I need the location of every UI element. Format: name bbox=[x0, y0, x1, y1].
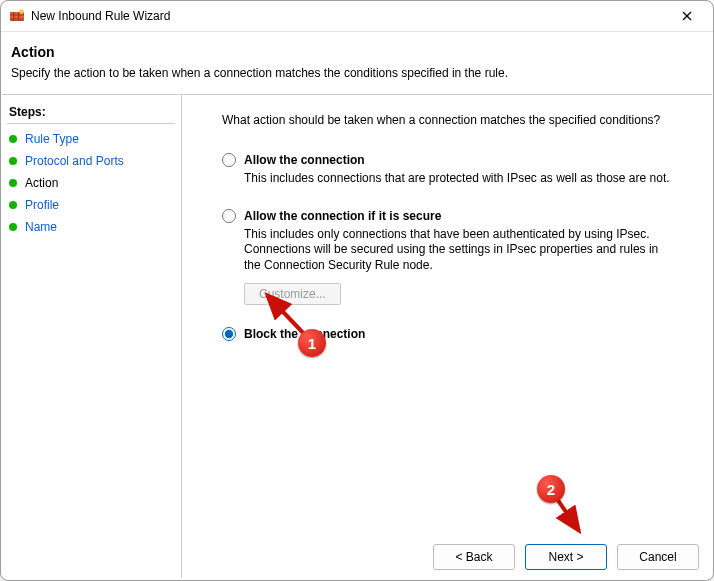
option-allow-secure: Allow the connection if it is secure Thi… bbox=[222, 209, 689, 306]
step-rule-type[interactable]: Rule Type bbox=[7, 128, 175, 150]
svg-rect-4 bbox=[18, 12, 19, 21]
wizard-footer: < Back Next > Cancel bbox=[433, 544, 699, 570]
svg-rect-3 bbox=[13, 12, 14, 21]
option-allow-secure-row[interactable]: Allow the connection if it is secure bbox=[222, 209, 689, 223]
option-desc: This includes only connections that have… bbox=[244, 227, 674, 274]
step-label: Rule Type bbox=[25, 132, 79, 146]
step-protocol-ports[interactable]: Protocol and Ports bbox=[7, 150, 175, 172]
firewall-icon bbox=[9, 8, 25, 24]
close-button[interactable] bbox=[665, 2, 709, 30]
prompt-text: What action should be taken when a conne… bbox=[222, 113, 689, 127]
step-label: Action bbox=[25, 176, 58, 190]
svg-point-5 bbox=[19, 9, 23, 13]
bullet-icon bbox=[9, 157, 17, 165]
steps-sidebar: Steps: Rule Type Protocol and Ports Acti… bbox=[1, 95, 181, 578]
option-label: Block the connection bbox=[244, 327, 365, 341]
steps-title: Steps: bbox=[7, 103, 175, 124]
step-name[interactable]: Name bbox=[7, 216, 175, 238]
option-label: Allow the connection if it is secure bbox=[244, 209, 441, 223]
page-title: Action bbox=[11, 44, 699, 60]
option-desc: This includes connections that are prote… bbox=[244, 171, 674, 187]
step-action[interactable]: Action bbox=[7, 172, 175, 194]
back-button[interactable]: < Back bbox=[433, 544, 515, 570]
radio-allow[interactable] bbox=[222, 153, 236, 167]
wizard-body: Steps: Rule Type Protocol and Ports Acti… bbox=[1, 95, 713, 578]
customize-button: Customize... bbox=[244, 283, 341, 305]
option-block: Block the connection bbox=[222, 327, 689, 341]
bullet-icon bbox=[9, 201, 17, 209]
next-button[interactable]: Next > bbox=[525, 544, 607, 570]
titlebar: New Inbound Rule Wizard bbox=[1, 1, 713, 32]
step-label: Name bbox=[25, 220, 57, 234]
option-allow-row[interactable]: Allow the connection bbox=[222, 153, 689, 167]
wizard-header: Action Specify the action to be taken wh… bbox=[1, 32, 713, 94]
step-label: Protocol and Ports bbox=[25, 154, 124, 168]
bullet-icon bbox=[9, 179, 17, 187]
option-block-row[interactable]: Block the connection bbox=[222, 327, 689, 341]
wizard-window: New Inbound Rule Wizard Action Specify t… bbox=[0, 0, 714, 581]
radio-allow-secure[interactable] bbox=[222, 209, 236, 223]
bullet-icon bbox=[9, 223, 17, 231]
radio-block[interactable] bbox=[222, 327, 236, 341]
main-panel: What action should be taken when a conne… bbox=[181, 95, 713, 578]
bullet-icon bbox=[9, 135, 17, 143]
option-label: Allow the connection bbox=[244, 153, 365, 167]
svg-rect-2 bbox=[10, 16, 24, 18]
step-profile[interactable]: Profile bbox=[7, 194, 175, 216]
cancel-button[interactable]: Cancel bbox=[617, 544, 699, 570]
step-label: Profile bbox=[25, 198, 59, 212]
window-title: New Inbound Rule Wizard bbox=[31, 9, 665, 23]
close-icon bbox=[682, 11, 692, 21]
page-subtitle: Specify the action to be taken when a co… bbox=[11, 66, 699, 80]
option-allow: Allow the connection This includes conne… bbox=[222, 153, 689, 187]
